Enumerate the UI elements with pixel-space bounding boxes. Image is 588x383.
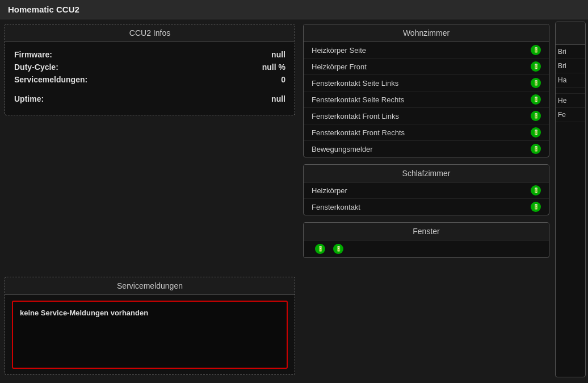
device-status-dot: 🔋 xyxy=(531,144,541,154)
firmware-row: Firmware: null xyxy=(14,50,285,59)
device-name: Fensterkontakt Seite Links xyxy=(312,79,527,88)
firmware-label: Firmware: xyxy=(14,50,52,59)
service-message: keine Service-Meldungen vorhanden xyxy=(20,309,148,317)
wohnzimmer-panel: Wohnzimmer Heizkörper Seite 🔋 Heizkörper… xyxy=(303,24,549,157)
firmware-value: null xyxy=(271,50,285,59)
service-count-value: 0 xyxy=(281,75,285,84)
device-status-dot: 🔋 xyxy=(531,78,541,88)
schlafzimmer-title: Schlafzimmer xyxy=(304,165,549,182)
device-status-dot: 🔋 xyxy=(531,61,541,72)
service-body: keine Service-Meldungen vorhanden xyxy=(5,295,295,374)
duty-cycle-row: Duty-Cycle: null % xyxy=(14,63,285,72)
device-status-dot: 🔋 xyxy=(531,202,541,212)
uptime-label: Uptime: xyxy=(14,94,44,103)
schlafzimmer-device-list: Heizkörper 🔋 Fensterkontakt 🔋 xyxy=(304,182,549,215)
ccu-infos-panel: CCU2 Infos Firmware: null Duty-Cycle: nu… xyxy=(5,24,295,115)
duty-cycle-label: Duty-Cycle: xyxy=(14,63,58,72)
fenster-status-1: 🔋 xyxy=(315,244,325,254)
device-name: Fensterkontakt Front Links xyxy=(312,112,527,120)
ccu-infos-title: CCU2 Infos xyxy=(5,24,295,42)
device-name: Heizkörper Front xyxy=(312,63,527,71)
fenster-panel: Fenster 🔋 🔋 xyxy=(303,222,549,258)
app-title: Homematic CCU2 xyxy=(8,5,79,14)
schlafzimmer-panel: Schlafzimmer Heizkörper 🔋 Fensterkontakt… xyxy=(303,164,549,215)
far-right-item: Bri xyxy=(556,45,585,59)
uptime-row: Uptime: null xyxy=(14,94,285,103)
fenster-status-2: 🔋 xyxy=(333,244,343,254)
list-item: Fensterkontakt Seite Rechts 🔋 xyxy=(304,91,549,108)
device-status-dot: 🔋 xyxy=(531,185,541,195)
list-item: Fensterkontakt Front Rechts 🔋 xyxy=(304,124,549,141)
far-right-column: BriBriHaHeFe xyxy=(556,45,585,122)
device-status-dot: 🔋 xyxy=(531,45,541,55)
far-right-item: Fe xyxy=(556,108,585,122)
device-name: Bewegungsmelder xyxy=(312,145,527,153)
far-right-item xyxy=(556,88,585,94)
fenster-body: 🔋 🔋 xyxy=(304,240,549,257)
service-panel-title: Servicemeldungen xyxy=(5,277,295,295)
service-message-box: keine Service-Meldungen vorhanden xyxy=(12,301,288,369)
service-count-row: Servicemeldungen: 0 xyxy=(14,75,285,84)
far-right-item: Bri xyxy=(556,59,585,73)
uptime-value: null xyxy=(271,94,285,103)
list-item: Fensterkontakt 🔋 xyxy=(304,199,549,215)
duty-cycle-value: null % xyxy=(262,63,285,72)
list-item: Fensterkontakt Seite Links 🔋 xyxy=(304,75,549,91)
service-count-label: Servicemeldungen: xyxy=(14,75,87,84)
device-name: Fensterkontakt Front Rechts xyxy=(312,128,527,137)
list-item: Heizkörper Seite 🔋 xyxy=(304,42,549,59)
title-bar: Homematic CCU2 xyxy=(0,0,588,19)
far-right-item: He xyxy=(556,94,585,108)
list-item: Heizkörper 🔋 xyxy=(304,182,549,199)
fenster-title: Fenster xyxy=(304,223,549,240)
list-item: Bewegungsmelder 🔋 xyxy=(304,141,549,157)
wohnzimmer-device-list: Heizkörper Seite 🔋 Heizkörper Front 🔋 Fe… xyxy=(304,42,549,157)
device-status-dot: 🔋 xyxy=(531,94,541,105)
wohnzimmer-title: Wohnzimmer xyxy=(304,24,549,42)
device-name: Heizkörper Seite xyxy=(312,46,527,55)
device-name: Fensterkontakt xyxy=(312,203,527,211)
list-item: Heizkörper Front 🔋 xyxy=(304,59,549,75)
device-name: Heizkörper xyxy=(312,186,527,195)
list-item: Fensterkontakt Front Links 🔋 xyxy=(304,108,549,124)
device-status-dot: 🔋 xyxy=(531,111,541,121)
device-status-dot: 🔋 xyxy=(531,127,541,138)
far-right-item: Ha xyxy=(556,73,585,88)
device-name: Fensterkontakt Seite Rechts xyxy=(312,95,527,104)
service-panel: Servicemeldungen keine Service-Meldungen… xyxy=(5,277,295,375)
